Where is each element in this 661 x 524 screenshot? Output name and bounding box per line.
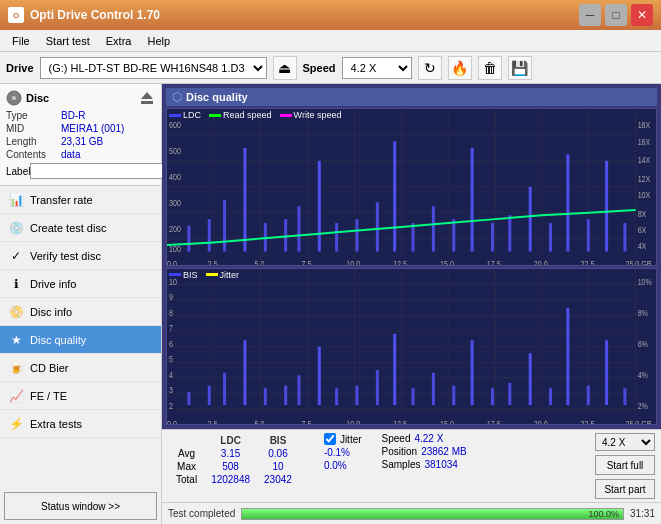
svg-rect-56 <box>623 223 626 252</box>
svg-rect-38 <box>284 219 287 251</box>
create-test-icon: 💿 <box>8 220 24 236</box>
sidebar-item-disc-quality[interactable]: ★ Disc quality <box>0 326 161 354</box>
svg-rect-36 <box>243 148 246 252</box>
write-legend: Write speed <box>280 110 342 120</box>
svg-rect-113 <box>412 388 415 405</box>
menu-extra[interactable]: Extra <box>98 33 140 49</box>
quality-header: ⬡ Disc quality <box>166 88 657 106</box>
menu-start-test[interactable]: Start test <box>38 33 98 49</box>
svg-rect-124 <box>623 388 626 405</box>
svg-text:2.5: 2.5 <box>208 259 218 264</box>
svg-text:10%: 10% <box>638 276 652 286</box>
bis-legend: BIS <box>169 270 198 280</box>
svg-text:6X: 6X <box>638 226 647 236</box>
sidebar-label-transfer-rate: Transfer rate <box>30 194 93 206</box>
eject-button[interactable]: ⏏ <box>273 56 297 80</box>
svg-rect-40 <box>318 161 321 252</box>
sidebar-label-fe-te: FE / TE <box>30 390 67 402</box>
progress-bar: 100.0% <box>241 508 624 520</box>
drive-select[interactable]: (G:) HL-DT-ST BD-RE WH16NS48 1.D3 <box>40 57 267 79</box>
sidebar-item-drive-info[interactable]: ℹ Drive info <box>0 270 161 298</box>
stats-table: LDC BIS Avg 3.15 0.06 Max 508 10 <box>168 433 314 487</box>
speed-select[interactable]: 4.2 X <box>342 57 412 79</box>
ldc-legend: LDC <box>169 110 201 120</box>
svg-rect-48 <box>471 148 474 252</box>
sidebar-item-extra-tests[interactable]: ⚡ Extra tests <box>0 410 161 438</box>
length-label: Length <box>6 136 61 147</box>
progress-fill <box>242 509 623 519</box>
sidebar-item-fe-te[interactable]: 📈 FE / TE <box>0 382 161 410</box>
menu-bar: File Start test Extra Help <box>0 30 661 52</box>
drive-label: Drive <box>6 62 34 74</box>
contents-value: data <box>61 149 80 160</box>
svg-rect-106 <box>284 385 287 404</box>
sidebar-item-create-test[interactable]: 💿 Create test disc <box>0 214 161 242</box>
svg-rect-119 <box>529 353 532 405</box>
action-buttons: 4.2 X Start full Start part <box>595 433 655 499</box>
bis-chart: BIS Jitter <box>166 268 657 426</box>
speed-stat-label: Speed <box>382 433 411 444</box>
jitter-stats: Jitter -0.1% 0.0% <box>324 433 362 471</box>
jitter-stat-label: Jitter <box>340 434 362 445</box>
start-full-button[interactable]: Start full <box>595 455 655 475</box>
svg-text:500: 500 <box>169 147 181 157</box>
fe-te-icon: 📈 <box>8 388 24 404</box>
avg-label: Avg <box>170 448 203 459</box>
erase-button[interactable]: 🗑 <box>478 56 502 80</box>
speed-label: Speed <box>303 62 336 74</box>
svg-text:6: 6 <box>169 338 173 348</box>
svg-text:8X: 8X <box>638 209 647 219</box>
svg-text:0.0: 0.0 <box>167 259 177 264</box>
title-bar-text: Opti Drive Control 1.70 <box>30 8 160 22</box>
status-window-button[interactable]: Status window >> <box>4 492 157 520</box>
svg-text:25.0 GB: 25.0 GB <box>625 259 651 264</box>
svg-rect-115 <box>452 385 455 404</box>
menu-help[interactable]: Help <box>139 33 178 49</box>
title-bar: O Opti Drive Control 1.70 ─ □ ✕ <box>0 0 661 30</box>
jitter-checkbox[interactable] <box>324 433 336 445</box>
start-part-button[interactable]: Start part <box>595 479 655 499</box>
transfer-rate-icon: 📊 <box>8 192 24 208</box>
sidebar-item-transfer-rate[interactable]: 📊 Transfer rate <box>0 186 161 214</box>
sidebar-item-disc-info[interactable]: 📀 Disc info <box>0 298 161 326</box>
refresh-button[interactable]: ↻ <box>418 56 442 80</box>
menu-file[interactable]: File <box>4 33 38 49</box>
svg-rect-33 <box>187 226 190 252</box>
bis-legend-color <box>169 273 181 276</box>
test-speed-select[interactable]: 4.2 X <box>595 433 655 451</box>
cd-bier-icon: 🍺 <box>8 360 24 376</box>
mid-label: MID <box>6 123 61 134</box>
svg-rect-51 <box>529 187 532 252</box>
sidebar-label-extra-tests: Extra tests <box>30 418 82 430</box>
sidebar-item-verify-test[interactable]: ✓ Verify test disc <box>0 242 161 270</box>
burn-button[interactable]: 🔥 <box>448 56 472 80</box>
disc-info-icon: 📀 <box>8 304 24 320</box>
sidebar-label-cd-bier: CD Bier <box>30 362 69 374</box>
svg-rect-109 <box>335 388 338 405</box>
elapsed-time: 31:31 <box>630 508 655 519</box>
svg-text:4X: 4X <box>638 241 647 251</box>
samples-value: 381034 <box>424 459 457 470</box>
ldc-legend-color <box>169 114 181 117</box>
svg-text:6%: 6% <box>638 338 648 348</box>
maximize-button[interactable]: □ <box>605 4 627 26</box>
svg-rect-102 <box>208 385 211 404</box>
jitter-legend-color <box>206 273 218 276</box>
sidebar-item-cd-bier[interactable]: 🍺 CD Bier <box>0 354 161 382</box>
disc-eject-icon[interactable] <box>139 90 155 106</box>
svg-text:3: 3 <box>169 385 173 395</box>
type-label: Type <box>6 110 61 121</box>
drive-toolbar: Drive (G:) HL-DT-ST BD-RE WH16NS48 1.D3 … <box>0 52 661 84</box>
svg-text:600: 600 <box>169 121 181 131</box>
save-button[interactable]: 💾 <box>508 56 532 80</box>
close-button[interactable]: ✕ <box>631 4 653 26</box>
svg-text:4%: 4% <box>638 370 648 380</box>
minimize-button[interactable]: ─ <box>579 4 601 26</box>
label-input[interactable] <box>30 163 163 179</box>
svg-text:14X: 14X <box>638 156 651 166</box>
sidebar: Disc Type BD-R MID MEIRA1 (001) Length 2… <box>0 84 162 524</box>
nav-items: 📊 Transfer rate 💿 Create test disc ✓ Ver… <box>0 186 161 488</box>
speed-stats: Speed 4.22 X Position 23862 MB Samples 3… <box>382 433 467 470</box>
svg-rect-123 <box>605 340 608 405</box>
chart2-legend: BIS Jitter <box>169 270 239 280</box>
